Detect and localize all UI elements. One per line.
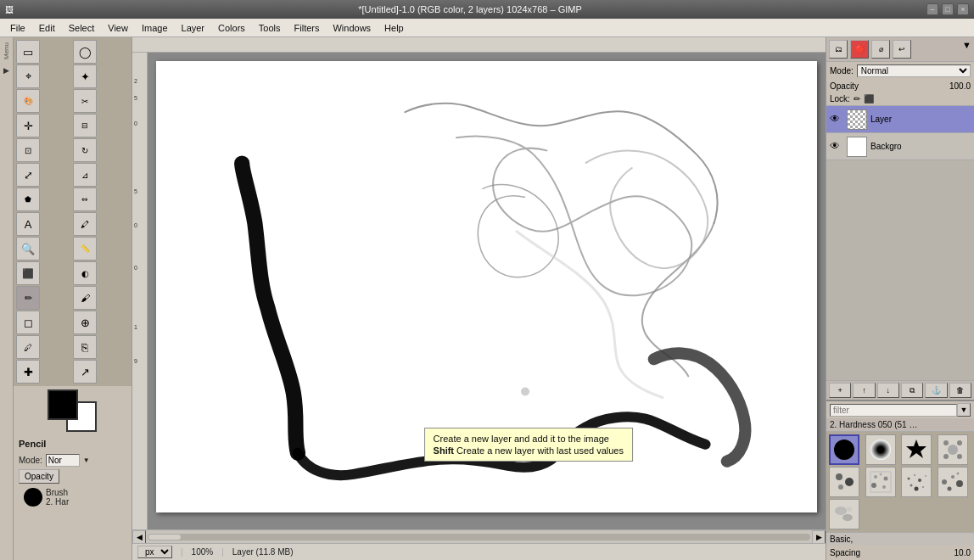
maximize-button[interactable]: □ [942,3,954,15]
tool-bucket-fill[interactable]: ⬛ [16,261,40,285]
brush-cell-scatter2[interactable] [938,467,968,497]
brush-cell-sparkle1[interactable] [938,434,968,465]
layer-visibility-icon[interactable]: 👁 [830,113,843,126]
tool-paintbrush[interactable]: 🖌 [73,286,97,310]
svg-point-20 [918,479,921,482]
close-button[interactable]: × [957,3,969,15]
brush-cell-sparkle2[interactable] [829,467,859,497]
menu-select[interactable]: Select [62,21,102,35]
paths-btn[interactable]: ⌀ [871,40,890,59]
tool-pencil[interactable]: ✏ [16,286,40,310]
brush-cell-scatter3[interactable] [829,499,859,529]
tool-clone[interactable]: ⎘ [73,335,97,359]
layers-actions: + ↑ ↓ ⧉ ⚓ 🗑 [826,380,974,400]
menu-windows[interactable]: Windows [326,21,378,35]
left-strip: Menu ▶ [0,37,14,560]
tool-rect-select[interactable]: ▭ [16,40,40,64]
new-layer-button[interactable]: + [829,383,851,398]
toolbox: ▭ ◯ ⌖ ✦ 🎨 ✂ ✛ ⊟ ⊡ ↻ ⤢ ⊿ ⬟ ⇔ A 🖍 🔍 📏 [14,37,132,560]
unit-selector[interactable]: px [137,546,172,558]
tool-grid: ▭ ◯ ⌖ ✦ 🎨 ✂ ✛ ⊟ ⊡ ↻ ⤢ ⊿ ⬟ ⇔ A 🖍 🔍 📏 [14,37,132,386]
mode-arrow[interactable]: ▼ [83,456,90,464]
tool-eraser[interactable]: ◻ [16,311,40,334]
menu-view[interactable]: View [101,21,135,35]
scroll-left-btn[interactable]: ◀ [132,530,146,544]
tool-align[interactable]: ⊟ [73,114,97,137]
tool-fuzzy-select[interactable]: ✦ [73,64,97,88]
h-scroll-track[interactable] [148,534,810,540]
tool-crop[interactable]: ⊡ [16,138,40,162]
menu-layer[interactable]: Layer [175,21,212,35]
tool-rotate[interactable]: ↻ [73,138,97,162]
tool-select-by-color[interactable]: 🎨 [16,89,40,113]
brushes-filter-input[interactable] [830,404,957,417]
channels-btn[interactable]: 🔴 [850,40,869,59]
layer-bg-visibility-icon[interactable]: 👁 [830,140,843,154]
brush-cell-textured1[interactable] [865,467,896,497]
menu-filters[interactable]: Filters [288,21,327,35]
tool-shear[interactable]: ⊿ [73,163,97,187]
tool-color-picker[interactable]: 🖍 [73,212,97,236]
raise-layer-button[interactable]: ↑ [853,383,875,398]
scroll-right-btn[interactable]: ▶ [812,530,826,544]
brush-cell-hardness100[interactable] [865,434,896,465]
tool-free-select[interactable]: ⌖ [16,64,40,88]
menu-edit[interactable]: Edit [32,21,62,35]
panel-chevron[interactable]: ▼ [962,40,971,59]
svg-point-4 [948,445,958,455]
tool-airbrush[interactable]: ⊕ [73,311,97,334]
current-brush-name: 2. Hardness 050 (51 … [826,418,974,432]
svg-point-19 [914,474,915,476]
layers-list: 👁 Layer 👁 Backgro [826,106,974,380]
tool-flip[interactable]: ⇔ [73,188,97,211]
lower-layer-button[interactable]: ↓ [877,383,899,398]
tool-scale[interactable]: ⤢ [16,163,40,187]
filter-expand-btn[interactable]: ▼ [957,403,971,417]
delete-layer-button[interactable]: 🗑 [949,383,971,398]
tool-blend[interactable]: ◐ [73,261,97,285]
menu-colors[interactable]: Colors [211,21,252,35]
tool-heal[interactable]: ✚ [16,360,40,384]
tool-move[interactable]: ✛ [16,114,40,137]
tool-ellipse-select[interactable]: ◯ [73,40,97,64]
tool-text[interactable]: A [16,212,40,236]
menu-image[interactable]: Image [135,21,175,35]
tool-magnify[interactable]: 🔍 [16,237,40,260]
layer-mode-select[interactable]: Normal [857,64,971,77]
tool-smudge[interactable]: ↗ [73,360,97,384]
undo-btn[interactable]: ↩ [893,40,911,59]
tool-ink[interactable]: 🖊 [16,335,40,359]
layers-icon-btn[interactable]: 🗂 [829,40,848,59]
brush-cell-scatter1[interactable] [901,467,932,497]
svg-point-28 [947,487,951,491]
lock-row: Lock: ✏ ⬛ [826,92,974,106]
anchor-layer-button[interactable]: ⚓ [925,383,947,398]
lock-alpha-icon[interactable]: ⬛ [864,94,874,104]
menu-file[interactable]: File [3,21,32,35]
menu-tools[interactable]: Tools [252,21,288,35]
canvas-drawing-area[interactable]: Create a new layer and add it to the ima… [148,53,826,529]
mode-input[interactable] [46,454,80,467]
brush-cell-star[interactable] [901,434,932,465]
foreground-color-swatch[interactable] [48,389,78,420]
h-scroll-thumb[interactable] [148,534,182,540]
layer-item-layer[interactable]: 👁 Layer [826,106,974,133]
tool-perspective[interactable]: ⬟ [16,188,40,211]
menu-bar: File Edit Select View Image Layer Colors… [0,19,974,37]
menu-help[interactable]: Help [378,21,411,35]
title-bar-icon: 🖼 [5,5,14,14]
strip-expand[interactable]: ▶ [3,66,9,75]
lock-pixels-icon[interactable]: ✏ [854,94,860,104]
tool-measure[interactable]: 📏 [73,237,97,260]
layer-opacity-row: Opacity 100.0 [826,80,974,92]
svg-point-23 [915,487,919,491]
brush-icon [24,488,42,507]
duplicate-layer-button[interactable]: ⧉ [901,383,923,398]
layer-item-background[interactable]: 👁 Backgro [826,133,974,160]
opacity-button[interactable]: Opacity [19,469,59,484]
minimize-button[interactable]: – [926,3,938,15]
spacing-row: Spacing 10.0 [826,546,974,560]
svg-point-5 [943,440,949,445]
brush-cell-hardness050[interactable] [829,434,859,465]
tool-scissors[interactable]: ✂ [73,89,97,113]
